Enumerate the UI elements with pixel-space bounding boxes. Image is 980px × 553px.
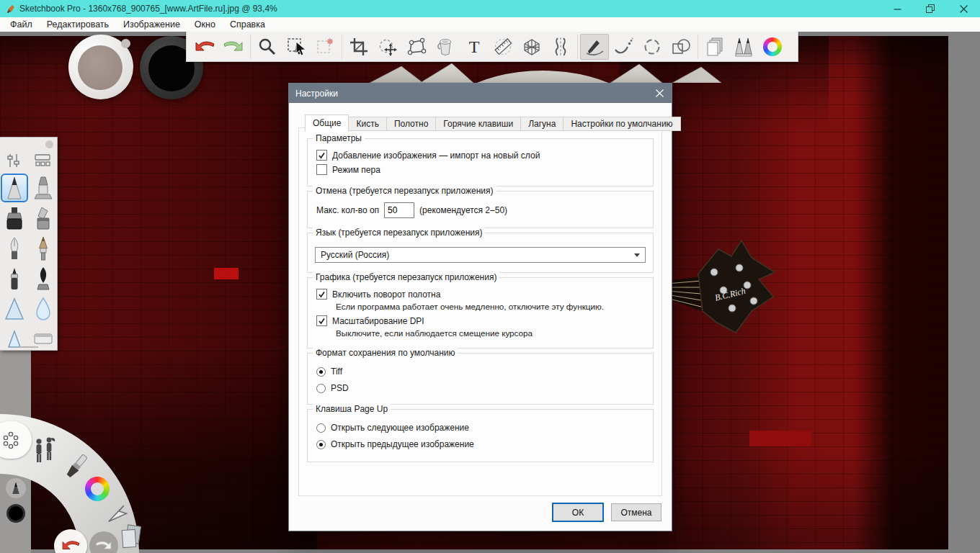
group-pageup-key: Клавиша Page Up Открыть следующее изобра… (307, 409, 654, 462)
pasteboard-bottom (0, 549, 980, 553)
lagoon-layers-button[interactable] (119, 524, 143, 550)
lagoon-brush-swatch[interactable] (6, 478, 26, 498)
brush-paintbrush[interactable] (30, 234, 57, 263)
close-icon (656, 89, 664, 97)
lagoon-cursor-button[interactable] (107, 503, 131, 527)
group-legend: Параметры (313, 133, 365, 143)
brush-calligraphy[interactable] (30, 264, 57, 293)
color-wheel-button[interactable] (758, 34, 787, 60)
brush-ballpoint[interactable] (1, 234, 28, 263)
brush-pencil[interactable] (1, 174, 28, 202)
palette-header[interactable] (0, 138, 57, 148)
select-button[interactable] (282, 34, 311, 60)
cancel-button[interactable]: Отмена (611, 503, 662, 521)
crop-button[interactable] (344, 34, 373, 60)
checkbox-row-canvas-rotation[interactable]: Включить поворот полотна (316, 289, 647, 300)
predictive-stroke-icon (613, 37, 633, 56)
checkbox-row-add-image[interactable]: Добавление изображения — импорт на новый… (316, 150, 647, 161)
dialog-titlebar[interactable]: Настройки (289, 84, 672, 103)
toolbar-separator (698, 35, 698, 59)
brush-felt-pen[interactable] (1, 264, 28, 293)
brushes-button[interactable] (729, 34, 758, 60)
sliders-icon[interactable] (6, 153, 22, 168)
layers-button[interactable] (700, 34, 729, 60)
checkbox-icon (316, 150, 327, 161)
dialog-tabs: Общие Кисть Полотно Горячие клавиши Лагу… (305, 114, 681, 131)
menu-file[interactable]: Файл (3, 17, 40, 32)
ok-button[interactable]: ОК (552, 503, 604, 522)
tab-defaults[interactable]: Настройки по умолчанию (564, 117, 680, 131)
lagoon-brush-button[interactable] (61, 451, 92, 482)
main-toolbar: T (186, 32, 798, 62)
radio-row-psd[interactable]: PSD (316, 383, 647, 393)
brush-library-icon[interactable] (34, 153, 51, 168)
distort-button[interactable] (402, 34, 431, 60)
restore-button[interactable] (914, 0, 947, 17)
minimize-icon (894, 5, 901, 13)
paintbrush-icon (32, 236, 54, 261)
radio-label: Tiff (331, 367, 342, 377)
undo-count-input[interactable] (384, 202, 414, 218)
group-undo: Отмена (требуется перезапуск приложения)… (307, 191, 654, 228)
undo-count-label: Макс. кол-во оп (316, 205, 379, 215)
predictive-stroke-button[interactable] (609, 34, 638, 60)
brush-chisel-marker[interactable] (30, 204, 57, 233)
ruler-button[interactable] (489, 34, 517, 60)
toolbar-separator (577, 35, 578, 59)
brush-puck[interactable] (68, 35, 133, 99)
minimize-button[interactable] (881, 0, 914, 17)
checkbox-row-dpi-scaling[interactable]: Масштабирование DPI (316, 315, 647, 326)
brush-airbrush[interactable] (30, 174, 57, 202)
close-button[interactable] (947, 0, 980, 17)
crop-icon (349, 37, 368, 56)
stroke-icon (584, 37, 605, 56)
dialog-close-button[interactable] (654, 88, 665, 99)
shapes-button[interactable] (667, 34, 695, 60)
radio-icon (316, 384, 326, 393)
menu-image[interactable]: Изображение (116, 17, 187, 32)
symmetry-button[interactable] (546, 34, 575, 60)
radio-icon (316, 440, 326, 449)
brush-smudge[interactable] (1, 295, 28, 323)
menu-window[interactable]: Окно (187, 17, 223, 32)
stroke-button[interactable] (580, 34, 609, 60)
radio-row-previous-image[interactable]: Открыть предыдущее изображение (316, 439, 647, 449)
menu-help[interactable]: Справка (223, 17, 272, 32)
tab-general[interactable]: Общие (305, 114, 349, 132)
tab-pane-general: Параметры Добавление изображения — импор… (298, 127, 662, 496)
language-select[interactable]: Русский (Россия) (315, 247, 646, 263)
chisel-marker-icon (32, 206, 54, 230)
radio-icon (316, 423, 326, 433)
deselect-button[interactable] (311, 34, 339, 60)
ellipse-button[interactable] (638, 34, 667, 60)
tab-canvas[interactable]: Полотно (387, 117, 436, 131)
radio-row-next-image[interactable]: Открыть следующее изображение (316, 423, 647, 433)
lagoon-color-wheel-button[interactable] (85, 477, 110, 501)
checkbox-row-pen-mode[interactable]: Режим пера (316, 164, 647, 175)
group-language: Язык (требуется перезапуск приложения) Р… (307, 233, 654, 273)
svg-text:T: T (469, 37, 480, 56)
tab-lagoon[interactable]: Лагуна (521, 117, 564, 131)
tab-hotkeys[interactable]: Горячие клавиши (436, 117, 521, 131)
palette-resize-handle[interactable] (19, 346, 38, 348)
brush-marker[interactable] (1, 204, 28, 233)
perspective-icon (522, 37, 542, 56)
radio-row-tiff[interactable]: Tiff (316, 367, 647, 377)
tab-brush[interactable]: Кисть (349, 117, 386, 131)
lagoon-figures-button[interactable] (30, 436, 58, 466)
undo-button[interactable] (190, 34, 219, 60)
text-button[interactable]: T (460, 34, 489, 60)
brush-waterdrop[interactable] (30, 295, 57, 323)
zoom-button[interactable] (253, 34, 282, 60)
perspective-button[interactable] (517, 34, 546, 60)
fill-button[interactable] (431, 34, 460, 60)
undo-icon (194, 39, 215, 55)
airbrush-icon (32, 176, 54, 200)
group-graphics: Графика (требуется перезапуск приложения… (307, 277, 654, 349)
transform-button[interactable] (373, 34, 402, 60)
redo-button[interactable] (219, 34, 248, 60)
checkbox-label: Включить поворот полотна (332, 289, 440, 300)
lagoon-color-swatch[interactable] (6, 504, 25, 523)
wallpaper-guitar: B.C.Rich (667, 230, 775, 338)
menu-edit[interactable]: Редактировать (40, 17, 116, 32)
